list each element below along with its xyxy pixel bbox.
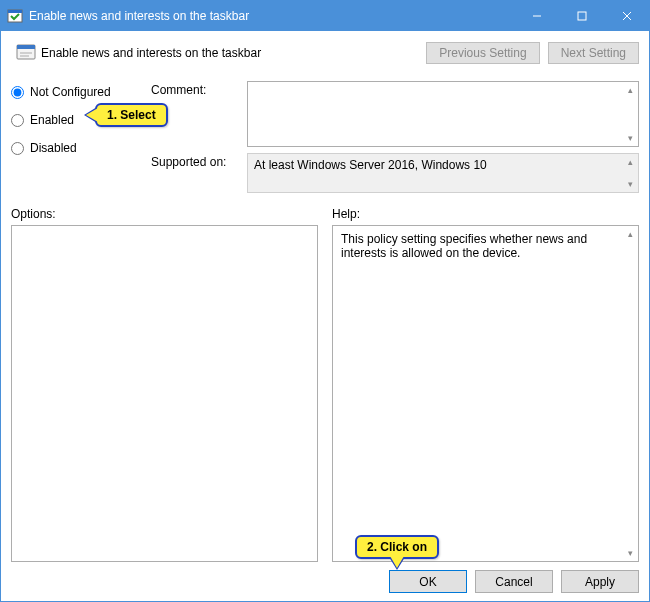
help-box: This policy setting specifies whether ne… xyxy=(332,225,639,562)
supported-on-label: Supported on: xyxy=(151,153,241,169)
radio-enabled-input[interactable] xyxy=(11,114,24,127)
radio-disabled[interactable]: Disabled xyxy=(11,139,151,157)
radio-disabled-label: Disabled xyxy=(30,141,77,155)
svg-rect-1 xyxy=(8,10,22,13)
close-button[interactable] xyxy=(604,1,649,31)
comment-label: Comment: xyxy=(151,81,241,97)
titlebar[interactable]: Enable news and interests on the taskbar xyxy=(1,1,649,31)
radio-not-configured-label: Not Configured xyxy=(30,85,111,99)
svg-rect-7 xyxy=(17,45,35,49)
scroll-down-icon[interactable]: ▾ xyxy=(623,177,637,191)
cancel-button[interactable]: Cancel xyxy=(475,570,553,593)
previous-setting-button[interactable]: Previous Setting xyxy=(426,42,539,64)
config-area: Not Configured Enabled Disabled 1. Selec… xyxy=(11,81,639,193)
help-label: Help: xyxy=(332,207,639,225)
svg-rect-3 xyxy=(578,12,586,20)
header-row: Enable news and interests on the taskbar… xyxy=(11,35,639,71)
supported-on-value: At least Windows Server 2016, Windows 10… xyxy=(247,153,639,193)
help-panel: Help: This policy setting specifies whet… xyxy=(332,207,639,562)
options-panel: Options: xyxy=(11,207,318,562)
radio-not-configured[interactable]: Not Configured xyxy=(11,83,151,101)
scroll-up-icon[interactable]: ▴ xyxy=(623,155,637,169)
minimize-button[interactable] xyxy=(514,1,559,31)
comment-input[interactable]: ▴ ▾ xyxy=(247,81,639,147)
policy-icon xyxy=(11,42,41,64)
annotation-step1: 1. Select xyxy=(95,103,168,127)
scroll-down-icon[interactable]: ▾ xyxy=(623,131,637,145)
app-icon xyxy=(7,8,23,24)
radio-not-configured-input[interactable] xyxy=(11,86,24,99)
lower-panels: Options: Help: This policy setting speci… xyxy=(11,207,639,562)
help-text: This policy setting specifies whether ne… xyxy=(341,232,587,260)
options-box xyxy=(11,225,318,562)
apply-button[interactable]: Apply xyxy=(561,570,639,593)
annotation-step2: 2. Click on xyxy=(355,535,439,559)
radio-enabled-label: Enabled xyxy=(30,113,74,127)
dialog-content: Enable news and interests on the taskbar… xyxy=(1,31,649,601)
window-title: Enable news and interests on the taskbar xyxy=(29,9,514,23)
scroll-up-icon[interactable]: ▴ xyxy=(623,83,637,97)
state-radio-group: Not Configured Enabled Disabled 1. Selec… xyxy=(11,81,151,193)
scroll-up-icon[interactable]: ▴ xyxy=(623,227,637,241)
next-setting-button[interactable]: Next Setting xyxy=(548,42,639,64)
maximize-button[interactable] xyxy=(559,1,604,31)
policy-title: Enable news and interests on the taskbar xyxy=(41,46,426,60)
fields-column: Comment: ▴ ▾ Supported on: At least Wind… xyxy=(151,81,639,193)
scroll-down-icon[interactable]: ▾ xyxy=(623,546,637,560)
policy-editor-window: Enable news and interests on the taskbar xyxy=(0,0,650,602)
dialog-buttons: 2. Click on OK Cancel Apply xyxy=(11,562,639,593)
window-controls xyxy=(514,1,649,31)
radio-disabled-input[interactable] xyxy=(11,142,24,155)
options-label: Options: xyxy=(11,207,318,225)
